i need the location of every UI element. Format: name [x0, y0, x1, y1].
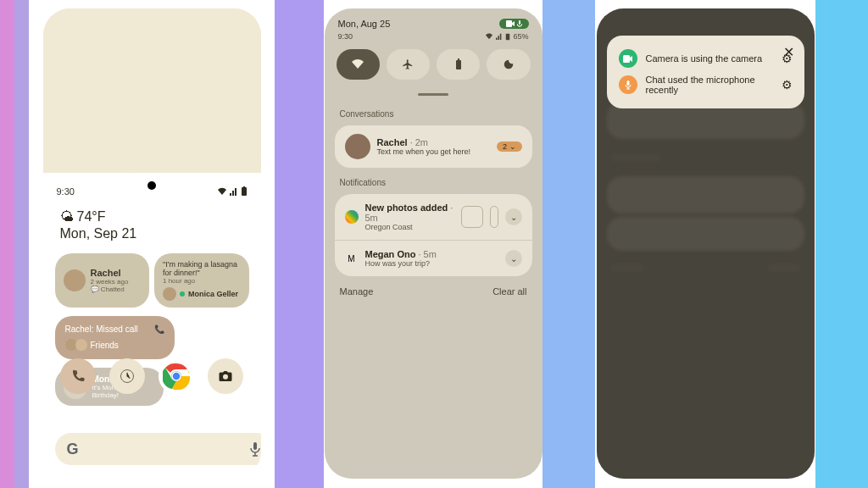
svg-rect-0	[242, 187, 247, 196]
battery-percent: 65%	[513, 32, 528, 41]
airplane-tile[interactable]	[387, 49, 430, 80]
notification-shade: Mon, Aug 25 9:30 65% Conversations Rache…	[325, 8, 542, 479]
wifi-tile[interactable]	[337, 49, 380, 80]
people-widget-rachel[interactable]: Rachel 2 weeks ago 💬 Chatted	[55, 253, 150, 308]
notif-age: · 2m	[410, 137, 428, 147]
svg-rect-1	[243, 186, 245, 187]
gmail-icon: M	[345, 252, 359, 265]
missed-call-icon: 📞	[154, 324, 164, 334]
chrome-app-icon[interactable]	[159, 358, 194, 394]
svg-rect-15	[626, 80, 629, 86]
wifi-icon	[485, 33, 493, 40]
camera-privacy-text: Camera is using the camera	[646, 53, 773, 64]
expand-button[interactable]: ⌄	[505, 208, 522, 225]
notif-title: New photos added	[365, 202, 448, 213]
notif-title: Megan Ono	[365, 249, 416, 259]
notif-body: How was your trip?	[365, 259, 498, 268]
conversation-notification[interactable]: Rachel · 2m Text me when you get here! 2…	[335, 125, 532, 168]
svg-rect-11	[506, 33, 510, 40]
drag-handle[interactable]	[418, 93, 448, 96]
svg-rect-8	[253, 442, 257, 450]
gmail-notification[interactable]: M Megan Ono · 5m How was your trip? ⌄	[335, 240, 532, 276]
weather-widget[interactable]: 🌤74°F Mon, Sep 21	[43, 197, 261, 245]
signal-icon	[230, 187, 238, 196]
date-text: Mon, Sep 21	[60, 226, 244, 241]
contact-status: Chatted	[101, 286, 125, 293]
mic-icon	[619, 75, 637, 94]
quote-author: Monica Geller	[188, 290, 238, 298]
section-label-notifications: Notifications	[325, 171, 542, 191]
clock-app-icon[interactable]	[109, 358, 145, 394]
mic-privacy-text: Chat used the microphone recently	[646, 75, 773, 95]
temperature: 74°F	[77, 209, 106, 225]
group-name: Friends	[91, 341, 119, 350]
mic-icon	[517, 20, 522, 27]
avatar	[163, 287, 176, 301]
expand-button[interactable]: ⌄	[505, 250, 522, 267]
status-bar: Mon, Aug 25	[325, 8, 542, 30]
gear-icon[interactable]: ⚙	[782, 78, 793, 92]
mic-privacy-row[interactable]: Chat used the microphone recently ⚙	[619, 71, 793, 98]
contact-name: Rachel	[91, 268, 129, 278]
missed-call-widget[interactable]: Rachel: Missed call 📞 Friends	[55, 316, 175, 359]
quote-widget[interactable]: "I'm making a lasagna for dinner!" 1 hou…	[154, 253, 249, 308]
online-dot-icon	[180, 291, 185, 297]
photos-notification[interactable]: New photos added · 5m Oregon Coast ⌄	[335, 194, 532, 240]
avatar	[75, 339, 87, 351]
clear-all-button[interactable]: Clear all	[492, 286, 526, 297]
contact-subtitle: 2 weeks ago	[91, 278, 129, 286]
chevron-down-icon: ⌄	[510, 254, 517, 263]
quote-age: 1 hour ago	[163, 277, 241, 285]
svg-rect-10	[519, 20, 520, 25]
notif-age: · 5m	[418, 249, 436, 259]
section-label-conversations: Conversations	[325, 103, 542, 122]
photo-thumbnail	[461, 206, 483, 228]
mic-icon[interactable]	[249, 441, 261, 457]
app-dock	[43, 358, 261, 394]
camera-privacy-row[interactable]: Camera is using the camera ⚙	[619, 46, 793, 71]
status-date: Mon, Aug 25	[338, 19, 391, 29]
quick-settings-row	[325, 42, 542, 86]
manage-button[interactable]: Manage	[340, 286, 374, 297]
count-badge[interactable]: 2 ⌄	[497, 141, 522, 152]
battery-saver-tile[interactable]	[437, 49, 480, 80]
camera-icon	[619, 49, 637, 68]
avatar	[345, 134, 370, 159]
search-bar[interactable]: G	[55, 433, 261, 465]
wifi-icon	[217, 187, 227, 196]
privacy-indicator-card: ✕ Camera is using the camera ⚙ Chat used…	[607, 36, 804, 108]
battery-icon	[505, 33, 510, 41]
svg-rect-13	[458, 58, 459, 60]
sun-icon: 🌤	[60, 209, 74, 225]
home-screen: 9:30 🌤74°F Mon, Sep 21 Rachel 2 weeks ag…	[43, 8, 261, 479]
chevron-down-icon: ⌄	[509, 142, 516, 151]
camera-icon	[506, 20, 515, 27]
message-preview: Text me when you get here!	[377, 147, 490, 156]
phone-app-icon[interactable]	[60, 358, 96, 394]
avatar	[64, 269, 86, 291]
status-bar: 9:30	[43, 178, 261, 197]
svg-rect-12	[456, 60, 461, 69]
missed-call-text: Rachel: Missed call	[65, 324, 138, 334]
dnd-tile[interactable]	[487, 49, 530, 80]
photos-icon	[345, 210, 359, 224]
photo-thumbnail	[490, 206, 498, 228]
sender-name: Rachel	[377, 137, 408, 147]
camera-app-icon[interactable]	[208, 358, 243, 394]
svg-rect-9	[506, 20, 512, 27]
status-time: 9:30	[57, 186, 75, 197]
chevron-down-icon: ⌄	[510, 213, 517, 222]
notif-body: Oregon Coast	[365, 223, 454, 231]
svg-point-7	[223, 374, 228, 380]
signal-icon	[496, 33, 503, 40]
status-time: 9:30	[338, 32, 353, 41]
close-button[interactable]: ✕	[783, 44, 794, 60]
svg-rect-14	[623, 55, 630, 63]
quote-text: "I'm making a lasagna for dinner!"	[163, 260, 241, 277]
privacy-indicator[interactable]	[499, 19, 529, 29]
battery-icon	[241, 186, 248, 197]
google-logo-icon: G	[67, 441, 79, 458]
privacy-dashboard-overlay: ✕ Camera is using the camera ⚙ Chat used…	[597, 8, 815, 479]
